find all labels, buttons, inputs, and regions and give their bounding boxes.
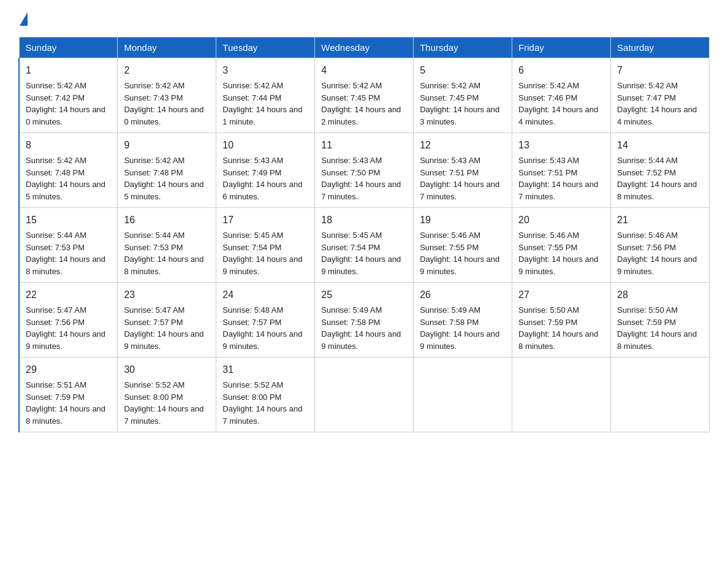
table-row: 22 Sunrise: 5:47 AMSunset: 7:56 PMDaylig… (19, 283, 118, 358)
table-row: 11 Sunrise: 5:43 AMSunset: 7:50 PMDaylig… (315, 133, 414, 208)
table-row: 5 Sunrise: 5:42 AMSunset: 7:45 PMDayligh… (414, 58, 512, 133)
header-tuesday: Tuesday (216, 37, 315, 58)
day-info: Sunrise: 5:42 AMSunset: 7:42 PMDaylight:… (26, 81, 105, 126)
days-header-row: SundayMondayTuesdayWednesdayThursdayFrid… (19, 37, 710, 58)
table-row: 12 Sunrise: 5:43 AMSunset: 7:51 PMDaylig… (414, 133, 512, 208)
day-info: Sunrise: 5:42 AMSunset: 7:48 PMDaylight:… (26, 156, 105, 201)
day-info: Sunrise: 5:42 AMSunset: 7:43 PMDaylight:… (124, 81, 203, 126)
table-row: 10 Sunrise: 5:43 AMSunset: 7:49 PMDaylig… (216, 133, 315, 208)
header-thursday: Thursday (414, 37, 512, 58)
day-info: Sunrise: 5:42 AMSunset: 7:45 PMDaylight:… (420, 81, 499, 126)
table-row (315, 358, 414, 432)
day-number: 23 (124, 288, 210, 302)
day-info: Sunrise: 5:43 AMSunset: 7:51 PMDaylight:… (518, 156, 598, 201)
day-number: 2 (124, 63, 210, 78)
day-number: 19 (420, 213, 506, 228)
day-number: 15 (26, 213, 111, 228)
header-monday: Monday (118, 37, 216, 58)
week-row-1: 1 Sunrise: 5:42 AMSunset: 7:42 PMDayligh… (19, 58, 710, 133)
table-row: 21 Sunrise: 5:46 AMSunset: 7:56 PMDaylig… (611, 208, 710, 283)
table-row: 17 Sunrise: 5:45 AMSunset: 7:54 PMDaylig… (216, 208, 315, 283)
header-sunday: Sunday (19, 37, 118, 58)
header-saturday: Saturday (611, 37, 710, 58)
day-number: 16 (124, 213, 210, 228)
day-number: 26 (420, 288, 506, 302)
day-info: Sunrise: 5:42 AMSunset: 7:46 PMDaylight:… (518, 81, 598, 126)
day-info: Sunrise: 5:42 AMSunset: 7:44 PMDaylight:… (222, 81, 302, 126)
table-row: 3 Sunrise: 5:42 AMSunset: 7:44 PMDayligh… (216, 58, 315, 133)
table-row: 27 Sunrise: 5:50 AMSunset: 7:59 PMDaylig… (512, 283, 611, 358)
day-info: Sunrise: 5:50 AMSunset: 7:59 PMDaylight:… (617, 305, 697, 351)
table-row: 26 Sunrise: 5:49 AMSunset: 7:58 PMDaylig… (414, 283, 512, 358)
day-number: 10 (222, 138, 308, 153)
table-row: 16 Sunrise: 5:44 AMSunset: 7:53 PMDaylig… (118, 208, 216, 283)
day-info: Sunrise: 5:42 AMSunset: 7:45 PMDaylight:… (321, 81, 401, 126)
day-info: Sunrise: 5:50 AMSunset: 7:59 PMDaylight:… (518, 305, 598, 351)
day-number: 13 (518, 138, 604, 153)
table-row: 20 Sunrise: 5:46 AMSunset: 7:55 PMDaylig… (512, 208, 611, 283)
day-number: 6 (518, 63, 604, 78)
table-row: 14 Sunrise: 5:44 AMSunset: 7:52 PMDaylig… (611, 133, 710, 208)
table-row: 4 Sunrise: 5:42 AMSunset: 7:45 PMDayligh… (315, 58, 414, 133)
day-number: 12 (420, 138, 506, 153)
table-row: 18 Sunrise: 5:45 AMSunset: 7:54 PMDaylig… (315, 208, 414, 283)
day-number: 20 (518, 213, 604, 228)
day-number: 14 (617, 138, 703, 153)
day-info: Sunrise: 5:49 AMSunset: 7:58 PMDaylight:… (420, 305, 499, 351)
day-number: 29 (26, 362, 111, 377)
logo-triangle-icon (20, 12, 28, 26)
week-row-4: 22 Sunrise: 5:47 AMSunset: 7:56 PMDaylig… (19, 283, 710, 358)
day-number: 28 (617, 288, 703, 302)
day-info: Sunrise: 5:46 AMSunset: 7:56 PMDaylight:… (617, 231, 697, 276)
week-row-5: 29 Sunrise: 5:51 AMSunset: 7:59 PMDaylig… (19, 358, 710, 432)
day-info: Sunrise: 5:43 AMSunset: 7:49 PMDaylight:… (222, 156, 302, 201)
table-row: 1 Sunrise: 5:42 AMSunset: 7:42 PMDayligh… (19, 58, 118, 133)
header-wednesday: Wednesday (315, 37, 414, 58)
day-number: 18 (321, 213, 407, 228)
table-row: 13 Sunrise: 5:43 AMSunset: 7:51 PMDaylig… (512, 133, 611, 208)
day-number: 31 (222, 362, 308, 377)
day-number: 9 (124, 138, 210, 153)
table-row (414, 358, 512, 432)
day-number: 22 (26, 288, 111, 302)
table-row: 31 Sunrise: 5:52 AMSunset: 8:00 PMDaylig… (216, 358, 315, 432)
week-row-3: 15 Sunrise: 5:44 AMSunset: 7:53 PMDaylig… (19, 208, 710, 283)
table-row: 15 Sunrise: 5:44 AMSunset: 7:53 PMDaylig… (19, 208, 118, 283)
day-info: Sunrise: 5:44 AMSunset: 7:53 PMDaylight:… (124, 231, 203, 276)
calendar-table: SundayMondayTuesdayWednesdayThursdayFrid… (18, 37, 710, 432)
day-info: Sunrise: 5:42 AMSunset: 7:47 PMDaylight:… (617, 81, 697, 126)
day-number: 25 (321, 288, 407, 302)
day-number: 17 (222, 213, 308, 228)
table-row: 2 Sunrise: 5:42 AMSunset: 7:43 PMDayligh… (118, 58, 216, 133)
day-info: Sunrise: 5:48 AMSunset: 7:57 PMDaylight:… (222, 305, 302, 351)
table-row: 28 Sunrise: 5:50 AMSunset: 7:59 PMDaylig… (611, 283, 710, 358)
table-row (512, 358, 611, 432)
day-info: Sunrise: 5:44 AMSunset: 7:53 PMDaylight:… (26, 231, 105, 276)
day-number: 24 (222, 288, 308, 302)
table-row: 9 Sunrise: 5:42 AMSunset: 7:48 PMDayligh… (118, 133, 216, 208)
table-row: 23 Sunrise: 5:47 AMSunset: 7:57 PMDaylig… (118, 283, 216, 358)
day-number: 5 (420, 63, 506, 78)
table-row: 30 Sunrise: 5:52 AMSunset: 8:00 PMDaylig… (118, 358, 216, 432)
day-info: Sunrise: 5:42 AMSunset: 7:48 PMDaylight:… (124, 156, 203, 201)
day-info: Sunrise: 5:52 AMSunset: 8:00 PMDaylight:… (124, 380, 203, 426)
day-info: Sunrise: 5:45 AMSunset: 7:54 PMDaylight:… (222, 231, 302, 276)
table-row: 8 Sunrise: 5:42 AMSunset: 7:48 PMDayligh… (19, 133, 118, 208)
day-number: 7 (617, 63, 703, 78)
day-number: 21 (617, 213, 703, 228)
day-info: Sunrise: 5:43 AMSunset: 7:50 PMDaylight:… (321, 156, 401, 201)
week-row-2: 8 Sunrise: 5:42 AMSunset: 7:48 PMDayligh… (19, 133, 710, 208)
day-number: 4 (321, 63, 407, 78)
day-info: Sunrise: 5:43 AMSunset: 7:51 PMDaylight:… (420, 156, 499, 201)
day-number: 3 (222, 63, 308, 78)
table-row: 19 Sunrise: 5:46 AMSunset: 7:55 PMDaylig… (414, 208, 512, 283)
day-info: Sunrise: 5:46 AMSunset: 7:55 PMDaylight:… (518, 231, 598, 276)
table-row: 29 Sunrise: 5:51 AMSunset: 7:59 PMDaylig… (19, 358, 118, 432)
table-row (611, 358, 710, 432)
day-info: Sunrise: 5:47 AMSunset: 7:56 PMDaylight:… (26, 305, 105, 351)
day-number: 8 (26, 138, 111, 153)
day-info: Sunrise: 5:51 AMSunset: 7:59 PMDaylight:… (26, 380, 105, 426)
header-friday: Friday (512, 37, 611, 58)
day-number: 30 (124, 362, 210, 377)
day-number: 1 (26, 63, 111, 78)
